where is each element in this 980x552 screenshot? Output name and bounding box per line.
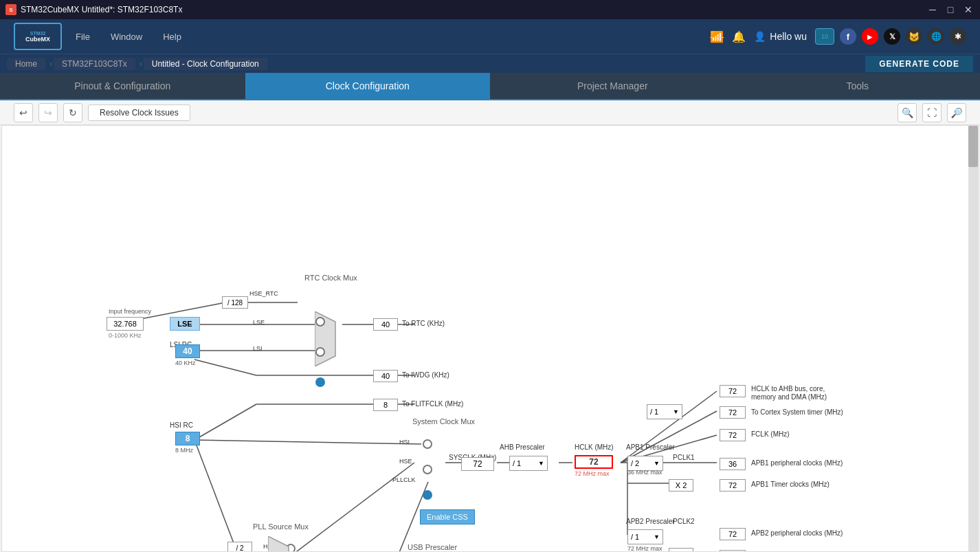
to-iwdg-label: To IWDG (KHz) — [402, 371, 449, 379]
notification-icon[interactable]: 🔔 — [732, 30, 746, 43]
hsi-rc-label: HSI RC — [170, 421, 193, 429]
facebook-icon[interactable]: f — [840, 28, 856, 45]
svg-line-9 — [194, 404, 256, 440]
social-icons: 10 f ▶ 𝕏 🐱 🌐 ✱ — [815, 28, 966, 45]
home-label: Home — [15, 59, 37, 69]
twitter-x-icon[interactable]: 𝕏 — [884, 28, 900, 45]
svg-line-12 — [194, 440, 421, 444]
sysclk-radio-hse[interactable] — [423, 465, 432, 474]
pll-source-mux-label: PLL Source Mux — [253, 522, 309, 531]
pclk1-label: PCLK1 — [673, 454, 695, 461]
apb2-chevron-icon: ▼ — [654, 533, 660, 540]
apb1-prescaler-label: APB1 Prescaler — [626, 443, 675, 451]
tab-pinout[interactable]: Pinout & Configuration — [0, 73, 245, 99]
hclk-ahb-val: 72 — [720, 385, 746, 397]
rtc-radio-lsi[interactable] — [315, 377, 325, 387]
enable-css-button[interactable]: Enable CSS — [420, 509, 475, 525]
user-avatar-icon: 👤 — [754, 31, 766, 42]
hclk-to-ahb-label2: memory and DMA (MHz) — [751, 393, 827, 401]
apb2-prescaler-label: APB2 Prescaler — [626, 518, 675, 525]
sysclk-box[interactable]: 72 — [461, 457, 494, 471]
scrollbar-thumb[interactable] — [968, 126, 978, 167]
hse-mux-label: HSE — [399, 458, 412, 465]
menu-items: File Window Help — [76, 32, 710, 42]
svg-line-6 — [194, 360, 256, 375]
lse-box: LSE — [170, 317, 200, 331]
iwdg-output-val: 40 — [373, 370, 398, 382]
generate-code-button[interactable]: GENERATE CODE — [865, 56, 973, 72]
cortex-timer-label: To Cortex System timer (MHz) — [751, 408, 843, 416]
version-badge: 10 — [815, 28, 834, 45]
input-freq-1-label: Input frequency — [109, 308, 151, 315]
hclk-box[interactable]: 72 — [575, 455, 613, 469]
hclk-max-label: 72 MHz max — [575, 470, 610, 477]
diagram-canvas: Input frequency 32.768 0-1000 KHz LSE LS… — [2, 126, 950, 551]
cortex-prescaler-select[interactable]: / 1 ▼ — [647, 404, 682, 419]
apb1-chevron-icon: ▼ — [654, 460, 660, 467]
wifi-icon[interactable]: 📶 — [710, 30, 724, 43]
menu-help[interactable]: Help — [163, 32, 181, 42]
apb2-prescaler-select[interactable]: / 1 ▼ — [627, 529, 663, 544]
tab-project[interactable]: Project Manager — [490, 73, 735, 99]
breadcrumb-home[interactable]: Home — [7, 58, 45, 70]
apb1-peripheral-val: 36 — [720, 458, 746, 470]
restore-button[interactable]: □ — [944, 3, 957, 16]
cortex-chevron-icon: ▼ — [673, 408, 679, 415]
window-title: STM32CubeMX Untitled*: STM32F103C8Tx — [21, 5, 926, 14]
breadcrumb-mcu[interactable]: STM32F103C8Tx — [54, 58, 135, 70]
rtc-radio-hse[interactable] — [315, 317, 325, 327]
apb2-timer-val: 72 — [720, 550, 746, 551]
undo-button[interactable]: ↩ — [14, 103, 33, 122]
menu-right: 📶 🔔 👤 Hello wu 10 f ▶ 𝕏 🐱 🌐 ✱ — [710, 28, 966, 45]
lse-wire-label: LSE — [253, 319, 265, 326]
app-logo: STM32 CubeMX — [14, 23, 62, 50]
x2-box: X 2 — [669, 479, 693, 492]
github-icon[interactable]: 🐱 — [906, 28, 922, 45]
fullscreen-button[interactable]: ⛶ — [922, 103, 942, 122]
usb-prescaler-label: USB Prescaler — [408, 543, 457, 551]
menu-bar: STM32 CubeMX File Window Help 📶 🔔 👤 Hell… — [0, 19, 980, 54]
ahb-prescaler-select[interactable]: / 1 ▼ — [509, 456, 548, 471]
svg-line-27 — [194, 440, 236, 549]
app-icon: S — [5, 4, 16, 15]
breadcrumb-current[interactable]: Untitled - Clock Configuration — [144, 58, 267, 70]
hclk-to-ahb-label: HCLK to AHB bus, core, — [751, 385, 825, 393]
to-rtc-label: To RTC (KHz) — [402, 320, 445, 327]
apb1-timer-val: 72 — [720, 479, 746, 492]
hclk-label: HCLK (MHz) — [575, 443, 614, 451]
sysclk-mux-radios — [423, 439, 432, 500]
close-button[interactable]: ✕ — [962, 3, 975, 16]
pclk1-max-label: 36 MHz max — [627, 469, 662, 476]
tab-tools[interactable]: Tools — [735, 73, 981, 99]
zoom-in-button[interactable]: 🔍 — [947, 103, 966, 122]
menu-window[interactable]: Window — [111, 32, 142, 42]
refresh-button[interactable]: ↻ — [63, 103, 82, 122]
rtc-radio-lse[interactable] — [315, 347, 325, 357]
pllclk-mux-label: PLLCLK — [392, 476, 416, 483]
mcu-label: STM32F103C8Tx — [62, 59, 127, 69]
minimize-button[interactable]: ─ — [926, 3, 939, 16]
hse-rtc-label: HSE_RTC — [249, 290, 278, 297]
lse-freq-input[interactable]: 32.768 — [107, 317, 144, 331]
apb1-timer-label: APB1 Timer clocks (MHz) — [751, 481, 829, 488]
apb2-peripheral-val: 72 — [720, 528, 746, 540]
sysclk-radio-pll[interactable] — [423, 490, 432, 500]
tab-clock[interactable]: Clock Configuration — [245, 73, 491, 99]
network-icon[interactable]: ✱ — [950, 28, 966, 45]
youtube-icon[interactable]: ▶ — [862, 28, 878, 45]
pclk2-label: PCLK2 — [673, 518, 695, 525]
div128-box[interactable]: / 128 — [222, 296, 248, 309]
menu-file[interactable]: File — [76, 32, 90, 42]
sysclk-radio-hsi[interactable] — [423, 439, 432, 449]
scrollbar-track — [968, 126, 978, 551]
to-flitfclk-label: To FLITFCLK (MHz) — [402, 400, 463, 408]
zoom-out-button[interactable]: 🔍 — [898, 103, 917, 122]
resolve-clock-issues-button[interactable]: Resolve Clock Issues — [88, 104, 190, 121]
redo-button[interactable]: ↪ — [38, 103, 58, 122]
pll-div2-box[interactable]: / 2 — [227, 542, 252, 551]
cortex-timer-val: 72 — [720, 406, 746, 419]
globe-icon[interactable]: 🌐 — [928, 28, 944, 45]
lse-freq-range: 0-1000 KHz — [109, 332, 142, 339]
ahb-chevron-icon: ▼ — [538, 460, 544, 467]
apb2-peripheral-label: APB2 peripheral clocks (MHz) — [751, 529, 843, 537]
